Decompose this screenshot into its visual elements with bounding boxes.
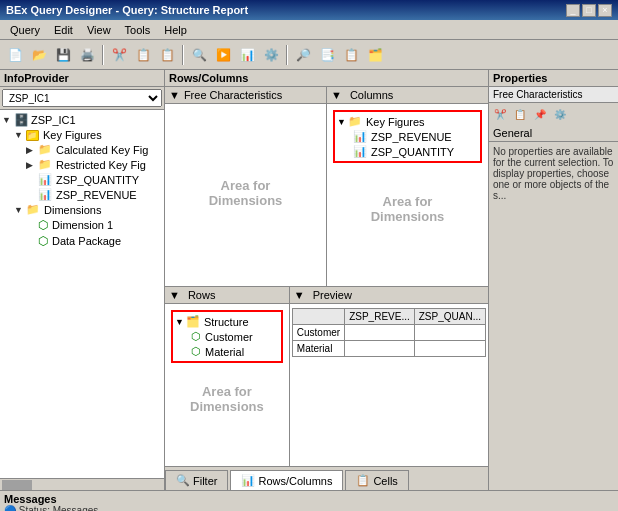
run-button[interactable]: ▶️ <box>212 44 234 66</box>
copy-button[interactable]: 📋 <box>132 44 154 66</box>
expand-col-kf: ▼ <box>337 117 346 127</box>
preview-row-material-label: Material <box>292 341 344 357</box>
rows-header: ▼ Rows <box>165 287 289 304</box>
close-button[interactable]: × <box>598 4 612 17</box>
status-text: Status: Messages... <box>19 505 107 511</box>
free-char-watermark: Area forDimensions <box>209 178 283 208</box>
preview-row-material-v1 <box>345 341 415 357</box>
properties-general-tab[interactable]: General <box>489 125 618 142</box>
cut-button[interactable]: ✂️ <box>108 44 130 66</box>
data-package-icon: ⬡ <box>38 234 48 248</box>
extra2-button[interactable]: 📋 <box>340 44 362 66</box>
infoprovider-header: InfoProvider <box>0 70 164 87</box>
title-text: BEx Query Designer - Query: Structure Re… <box>6 4 248 16</box>
maximize-button[interactable]: □ <box>582 4 596 17</box>
open-button[interactable]: 📂 <box>28 44 50 66</box>
menu-help[interactable]: Help <box>158 23 193 37</box>
preview-header: ▼ Preview <box>290 287 488 304</box>
col-revenue-icon: 📊 <box>353 130 367 143</box>
new-button[interactable]: 📄 <box>4 44 26 66</box>
restricted-key-fig-node[interactable]: ▶ 📁 Restricted Key Fig <box>26 157 162 172</box>
paste-button[interactable]: 📋 <box>156 44 178 66</box>
rowscols-tab-icon: 📊 <box>241 474 255 487</box>
columns-panel: ▼ Columns ▼ 📁 Key Figures <box>327 87 488 286</box>
ip-scroll-thumb[interactable] <box>2 480 32 490</box>
col-dim-area: Area forDimensions <box>327 169 488 249</box>
dimensions-label: Dimensions <box>44 204 101 216</box>
ip-scrollbar[interactable] <box>0 478 164 490</box>
extra3-button[interactable]: 🗂️ <box>364 44 386 66</box>
top-section: ▼ Free Characteristics Area forDimension… <box>165 87 488 287</box>
preview-col-revenue: ZSP_REVE... <box>345 309 415 325</box>
menu-tools[interactable]: Tools <box>119 23 157 37</box>
dimension1-node[interactable]: ▶ ⬡ Dimension 1 <box>26 217 162 233</box>
rows-struct-node[interactable]: ▼ 🗂️ Structure <box>175 314 279 329</box>
infoprovider-select[interactable]: ZSP_IC1 <box>2 89 162 107</box>
analyze-button[interactable]: 🔎 <box>292 44 314 66</box>
chart-button[interactable]: 📊 <box>236 44 258 66</box>
expand-icon-dim: ▼ <box>14 205 24 215</box>
key-figures-node[interactable]: ▼ 📁 Key Figures <box>14 128 162 142</box>
rows-panel: ▼ Rows ▼ 🗂️ Structure <box>165 287 290 466</box>
tab-cells[interactable]: 📋 Cells <box>345 470 408 490</box>
calc-key-fig-node[interactable]: ▶ 📁 Calculated Key Fig <box>26 142 162 157</box>
settings-button[interactable]: ⚙️ <box>260 44 282 66</box>
col-keyfig-root[interactable]: ▼ 📁 Key Figures <box>337 114 478 129</box>
save-button[interactable]: 💾 <box>52 44 74 66</box>
title-bar: BEx Query Designer - Query: Structure Re… <box>0 0 618 20</box>
columns-inner: ▼ 📁 Key Figures 📊 ZSP_REVENUE <box>327 104 488 169</box>
prop-btn-4[interactable]: ⚙️ <box>551 105 569 123</box>
tree-root[interactable]: ▼ 🗄️ ZSP_IC1 <box>2 112 162 128</box>
prop-btn-3[interactable]: 📌 <box>531 105 549 123</box>
filter-tab-icon: 🔍 <box>176 474 190 487</box>
expand-struct: ▼ <box>175 317 184 327</box>
keyfig-icon-qty: 📊 <box>38 173 52 186</box>
expand-icon-ckf: ▶ <box>26 145 36 155</box>
dim1-icon: ⬡ <box>38 218 48 232</box>
preview-content: ZSP_REVE... ZSP_QUAN... Customer <box>290 304 488 359</box>
material-icon: ⬡ <box>191 345 201 358</box>
zsp-revenue-node[interactable]: ▶ 📊 ZSP_REVENUE <box>26 187 162 202</box>
minimize-button[interactable]: _ <box>566 4 580 17</box>
rows-dim-area: Area forDimensions <box>165 369 289 429</box>
menu-view[interactable]: View <box>81 23 117 37</box>
dimensions-node[interactable]: ▼ 📁 Dimensions <box>14 202 162 217</box>
rows-material-label: Material <box>205 346 244 358</box>
messages-header: Messages <box>4 493 614 505</box>
free-characteristics-panel: ▼ Free Characteristics Area forDimension… <box>165 87 327 286</box>
rows-material-node[interactable]: ⬡ Material <box>191 344 279 359</box>
properties-panel: Properties Free Characteristics ✂️ 📋 📌 ⚙… <box>488 70 618 490</box>
title-buttons: _ □ × <box>566 4 612 17</box>
menu-query[interactable]: Query <box>4 23 46 37</box>
data-package-node[interactable]: ▶ ⬡ Data Package <box>26 233 162 249</box>
data-package-label: Data Package <box>52 235 121 247</box>
prop-btn-2[interactable]: 📋 <box>511 105 529 123</box>
menu-edit[interactable]: Edit <box>48 23 79 37</box>
folder-icon-rkf: 📁 <box>38 158 52 171</box>
rows-customer-label: Customer <box>205 331 253 343</box>
properties-sub-header: Free Characteristics <box>489 87 618 103</box>
tab-rows-columns[interactable]: 📊 Rows/Columns <box>230 470 343 490</box>
col-revenue-node[interactable]: 📊 ZSP_REVENUE <box>353 129 478 144</box>
prop-btn-1[interactable]: ✂️ <box>491 105 509 123</box>
extra1-button[interactable]: 📑 <box>316 44 338 66</box>
print-button[interactable]: 🖨️ <box>76 44 98 66</box>
columns-label: Columns <box>350 89 393 101</box>
filter-toolbar-button[interactable]: 🔍 <box>188 44 210 66</box>
columns-header: ▼ Columns <box>327 87 488 104</box>
col-watermark: Area forDimensions <box>371 194 445 224</box>
preview-label: Preview <box>313 289 352 301</box>
tb-sep-1 <box>102 45 104 65</box>
messages-bar: Messages 🔵 Status: Messages... <box>0 490 618 511</box>
columns-tree-box: ▼ 📁 Key Figures 📊 ZSP_REVENUE <box>333 110 482 163</box>
main-layout: InfoProvider ZSP_IC1 ▼ 🗄️ ZSP_IC1 ▼ 📁 Ke… <box>0 70 618 490</box>
col-quantity-node[interactable]: 📊 ZSP_QUANTITY <box>353 144 478 159</box>
preview-row-customer-label: Customer <box>292 325 344 341</box>
properties-header: Properties <box>489 70 618 87</box>
rows-customer-node[interactable]: ⬡ Customer <box>191 329 279 344</box>
zsp-quantity-node[interactable]: ▶ 📊 ZSP_QUANTITY <box>26 172 162 187</box>
preview-panel: ▼ Preview ZSP_REVE... ZSP_QUAN... <box>290 287 488 466</box>
status-icon: 🔵 <box>4 505 16 511</box>
tab-filter[interactable]: 🔍 Filter <box>165 470 228 490</box>
preview-table: ZSP_REVE... ZSP_QUAN... Customer <box>292 308 486 357</box>
